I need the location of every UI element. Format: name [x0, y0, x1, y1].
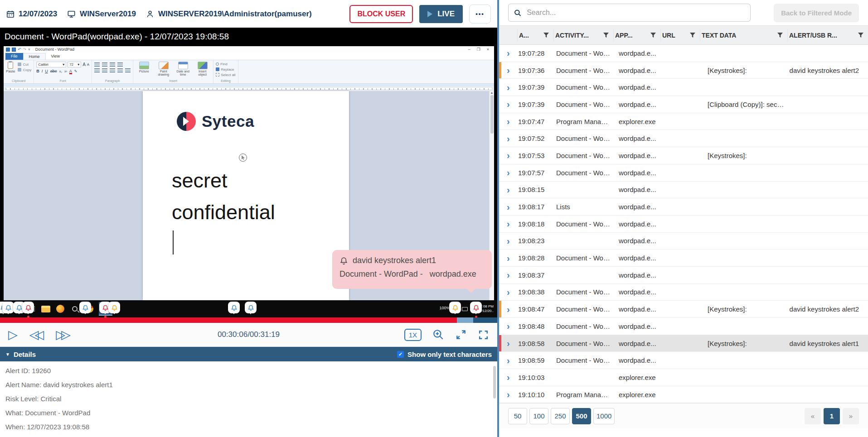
more-options-button[interactable]: ••• [469, 5, 491, 24]
expand-row-icon[interactable]: › [499, 83, 517, 92]
expand-row-icon[interactable]: › [499, 339, 517, 348]
expand-row-icon[interactable]: › [499, 168, 517, 177]
expand-row-icon[interactable]: › [499, 202, 517, 211]
document-page: Syteca secret confidential [143, 91, 349, 300]
search-box[interactable] [508, 4, 751, 22]
event-row[interactable]: ›19:08:28Document - Wor...wordpad.e... [499, 250, 868, 267]
column-header-a[interactable]: A... [517, 29, 553, 41]
event-row[interactable]: ›19:08:37wordpad.e... [499, 267, 868, 284]
expand-icon[interactable] [455, 329, 467, 341]
event-row[interactable]: ›19:08:17Listswordpad.e... [499, 198, 868, 216]
page-size-500[interactable]: 500 [572, 408, 591, 424]
expand-row-icon[interactable]: › [499, 254, 517, 263]
prev-page-button[interactable]: « [805, 408, 821, 424]
expand-row-icon[interactable]: › [499, 134, 517, 143]
progress-handle[interactable] [457, 317, 473, 323]
event-row[interactable]: ›19:08:59Document - Wor...wordpad.e... [499, 352, 868, 369]
event-row[interactable]: ›19:07:53Document - Wor...wordpad.e...[K… [499, 147, 868, 164]
block-user-button[interactable]: BLOCK USER [349, 5, 413, 23]
expand-row-icon[interactable]: › [499, 322, 517, 331]
session-video-frame[interactable]: ↶ ↷ ▾ Document - WordPad – ❐ × File Home… [0, 46, 497, 300]
event-row[interactable]: ›19:08:47Document - Wor...wordpad.e...[K… [499, 301, 868, 318]
event-application: wordpad.e... [613, 49, 660, 57]
clipboard-group-label: Clipboard [6, 79, 31, 83]
expand-row-icon[interactable]: › [499, 236, 517, 245]
expand-row-icon[interactable]: › [499, 185, 517, 194]
expand-row-icon[interactable]: › [499, 100, 517, 109]
expand-row-icon[interactable]: › [499, 305, 517, 314]
filter-icon[interactable] [777, 33, 783, 38]
event-row[interactable]: ›19:10:10Program Managerexplorer.exe [499, 386, 868, 403]
superscript-icon: x² [64, 70, 67, 73]
column-header-activity[interactable]: ACTIVITY... [553, 29, 613, 41]
collapse-triangle-icon[interactable]: ▼ [5, 352, 10, 357]
event-row[interactable]: ›19:07:36Document - Wor...wordpad.e...[K… [499, 62, 868, 79]
expand-row-icon[interactable]: › [499, 48, 517, 58]
filter-icon[interactable] [650, 33, 656, 38]
fullscreen-icon[interactable] [478, 329, 489, 341]
page-size-50[interactable]: 50 [508, 408, 527, 424]
event-row[interactable]: ›19:08:15wordpad.e... [499, 182, 868, 199]
page-size-1000[interactable]: 1000 [593, 408, 615, 424]
column-header-url[interactable]: URL [660, 29, 700, 41]
event-activity: Document - Wor... [553, 288, 613, 296]
expand-row-icon[interactable]: › [499, 151, 517, 160]
alert-notification-tooltip[interactable]: david keystrokes alert1 Document - WordP… [332, 250, 492, 289]
live-button[interactable]: LIVE [419, 5, 463, 23]
current-page-button[interactable]: 1 [824, 408, 840, 424]
filter-icon[interactable] [858, 33, 863, 38]
event-row[interactable]: ›19:07:47Program Managerexplorer.exe [499, 113, 868, 130]
playback-speed-button[interactable]: 1X [404, 329, 422, 341]
expand-row-icon[interactable]: › [499, 390, 517, 399]
filter-icon[interactable] [603, 33, 609, 38]
event-time: 19:08:59 [517, 356, 553, 364]
window-controls: – ❐ × [468, 47, 492, 52]
event-row[interactable]: ›19:07:57Document - Wor...wordpad.e... [499, 164, 868, 182]
event-row[interactable]: ›19:08:23wordpad.e... [499, 233, 868, 250]
event-application: wordpad.e... [613, 340, 660, 347]
event-row[interactable]: ›19:07:39Document - Wor...wordpad.e...[C… [499, 96, 868, 113]
expand-row-icon[interactable]: › [499, 117, 517, 126]
align-center-icon [102, 68, 107, 72]
filter-icon[interactable] [543, 33, 549, 38]
ribbon-group-clipboard: Paste Cut Copy Clipboard [4, 60, 34, 83]
event-row[interactable]: ›19:08:48Document - Wor...wordpad.e... [499, 318, 868, 335]
filter-icon[interactable] [690, 33, 695, 38]
event-row[interactable]: ›19:08:18Document - Wor...wordpad.e... [499, 216, 868, 233]
playback-progress-bar[interactable] [0, 317, 497, 323]
page-size-100[interactable]: 100 [529, 408, 548, 424]
details-panel-header[interactable]: ▼ Details ✓ Show only text characters [0, 347, 497, 361]
expand-row-icon[interactable]: › [499, 219, 517, 228]
show-only-text-checkbox[interactable]: ✓ [397, 351, 404, 358]
date-and-time-button: Date and time [175, 62, 191, 77]
column-header-text-data[interactable]: TEXT DATA [700, 29, 787, 41]
search-input[interactable] [526, 8, 745, 17]
detail-line: Alert ID: 19260 [5, 367, 492, 375]
page-size-250[interactable]: 250 [551, 408, 570, 424]
column-header-app[interactable]: APP... [613, 29, 660, 41]
event-row[interactable]: ›19:08:38Document - Wor...wordpad.e... [499, 284, 868, 301]
expand-row-icon[interactable]: › [499, 270, 517, 279]
decrease-indent-icon [94, 62, 100, 67]
picture-icon [139, 62, 149, 69]
expand-row-icon[interactable]: › [499, 356, 517, 365]
column-header-label: ACTIVITY... [555, 32, 589, 39]
details-scrollbar[interactable] [493, 366, 496, 399]
event-activity: Document - Wor... [553, 101, 613, 108]
text-caret [173, 231, 174, 255]
event-time: 19:07:47 [517, 118, 553, 125]
event-row[interactable]: ›19:07:39Document - Wor...wordpad.e... [499, 79, 868, 96]
event-row[interactable]: ›19:08:58Document - Wor...wordpad.e...[K… [499, 335, 868, 352]
zoom-in-icon[interactable] [432, 329, 444, 341]
back-to-filtered-mode-button[interactable]: Back to Filtered Mode [774, 4, 859, 22]
expand-row-icon[interactable]: › [499, 66, 517, 75]
event-row[interactable]: ›19:10:03explorer.exe [499, 369, 868, 386]
event-row[interactable]: ›19:07:28Document - Wor...wordpad.e... [499, 45, 868, 62]
expand-row-icon[interactable]: › [499, 288, 517, 297]
event-row[interactable]: ›19:07:52Document - Wor...wordpad.e... [499, 130, 868, 147]
event-time: 19:08:37 [517, 271, 553, 279]
next-page-button[interactable]: » [843, 408, 859, 424]
column-header-alert-usb-r[interactable]: ALERT/USB R... [787, 29, 868, 41]
expand-row-icon[interactable]: › [499, 373, 517, 382]
syteca-logo: Syteca [177, 112, 254, 131]
